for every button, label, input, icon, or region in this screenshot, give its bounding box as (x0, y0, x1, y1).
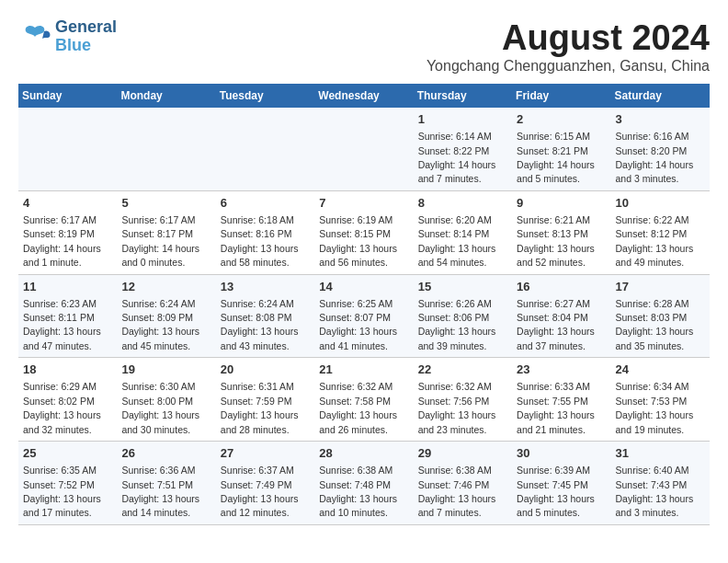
day-info: Sunrise: 6:19 AM Sunset: 8:15 PM Dayligh… (319, 214, 397, 268)
location-title: Yongchang Chengguanzhen, Gansu, China (427, 58, 710, 75)
day-info: Sunrise: 6:30 AM Sunset: 8:00 PM Dayligh… (121, 381, 199, 434)
calendar-cell: 3Sunrise: 6:16 AM Sunset: 8:20 PM Daylig… (611, 108, 710, 190)
day-number: 12 (121, 279, 210, 295)
day-info: Sunrise: 6:37 AM Sunset: 7:49 PM Dayligh… (221, 465, 299, 518)
logo-icon (18, 20, 51, 53)
day-info: Sunrise: 6:29 AM Sunset: 8:02 PM Dayligh… (23, 381, 101, 434)
calendar-cell: 11Sunrise: 6:23 AM Sunset: 8:11 PM Dayli… (18, 274, 117, 358)
day-number: 26 (121, 445, 210, 462)
day-info: Sunrise: 6:31 AM Sunset: 7:59 PM Dayligh… (221, 381, 299, 434)
day-number: 23 (517, 362, 606, 378)
day-info: Sunrise: 6:36 AM Sunset: 7:51 PM Dayligh… (121, 465, 199, 518)
title-block: August 2024 Yongchang Chengguanzhen, Gan… (427, 18, 710, 75)
day-number: 18 (23, 362, 112, 378)
logo-general: General (55, 18, 117, 37)
calendar-cell: 17Sunrise: 6:28 AM Sunset: 8:03 PM Dayli… (611, 274, 710, 358)
weekday-header: Monday (117, 84, 215, 108)
calendar-cell (18, 108, 117, 190)
day-info: Sunrise: 6:24 AM Sunset: 8:08 PM Dayligh… (221, 298, 299, 351)
weekday-header: Friday (512, 84, 610, 108)
calendar-cell: 18Sunrise: 6:29 AM Sunset: 8:02 PM Dayli… (18, 358, 117, 442)
day-number: 28 (319, 445, 408, 462)
day-number: 25 (23, 445, 112, 462)
calendar-cell: 2Sunrise: 6:15 AM Sunset: 8:21 PM Daylig… (512, 108, 610, 190)
calendar-cell: 20Sunrise: 6:31 AM Sunset: 7:59 PM Dayli… (216, 358, 314, 442)
day-number: 7 (319, 195, 408, 212)
calendar-cell: 25Sunrise: 6:35 AM Sunset: 7:52 PM Dayli… (18, 442, 117, 525)
day-number: 2 (517, 111, 606, 128)
day-info: Sunrise: 6:32 AM Sunset: 7:56 PM Dayligh… (418, 381, 496, 434)
calendar-cell: 12Sunrise: 6:24 AM Sunset: 8:09 PM Dayli… (117, 274, 215, 358)
day-info: Sunrise: 6:16 AM Sunset: 8:20 PM Dayligh… (616, 131, 694, 184)
day-number: 16 (517, 279, 606, 295)
page-header: General Blue August 2024 Yongchang Cheng… (18, 18, 710, 75)
day-number: 31 (616, 445, 705, 462)
day-info: Sunrise: 6:21 AM Sunset: 8:13 PM Dayligh… (517, 214, 595, 268)
calendar-cell (117, 108, 215, 190)
calendar-cell: 31Sunrise: 6:40 AM Sunset: 7:43 PM Dayli… (611, 442, 710, 525)
weekday-header-row: SundayMondayTuesdayWednesdayThursdayFrid… (18, 84, 710, 108)
day-info: Sunrise: 6:25 AM Sunset: 8:07 PM Dayligh… (319, 298, 397, 351)
day-number: 13 (221, 279, 310, 295)
day-number: 14 (319, 279, 408, 295)
day-number: 3 (616, 111, 705, 128)
day-info: Sunrise: 6:28 AM Sunset: 8:03 PM Dayligh… (616, 298, 694, 351)
day-info: Sunrise: 6:38 AM Sunset: 7:46 PM Dayligh… (418, 465, 496, 518)
calendar-cell: 19Sunrise: 6:30 AM Sunset: 8:00 PM Dayli… (117, 358, 215, 442)
calendar-cell: 22Sunrise: 6:32 AM Sunset: 7:56 PM Dayli… (414, 358, 512, 442)
day-info: Sunrise: 6:26 AM Sunset: 8:06 PM Dayligh… (418, 298, 496, 351)
calendar-cell: 1Sunrise: 6:14 AM Sunset: 8:22 PM Daylig… (414, 108, 512, 190)
day-info: Sunrise: 6:17 AM Sunset: 8:19 PM Dayligh… (23, 214, 101, 268)
day-number: 4 (23, 195, 112, 212)
day-number: 19 (121, 362, 210, 378)
weekday-header: Tuesday (216, 84, 314, 108)
day-info: Sunrise: 6:14 AM Sunset: 8:22 PM Dayligh… (418, 131, 496, 184)
day-info: Sunrise: 6:33 AM Sunset: 7:55 PM Dayligh… (517, 381, 595, 434)
calendar-cell: 28Sunrise: 6:38 AM Sunset: 7:48 PM Dayli… (314, 442, 413, 525)
calendar-cell: 7Sunrise: 6:19 AM Sunset: 8:15 PM Daylig… (314, 190, 413, 274)
calendar-cell: 14Sunrise: 6:25 AM Sunset: 8:07 PM Dayli… (314, 274, 413, 358)
day-info: Sunrise: 6:35 AM Sunset: 7:52 PM Dayligh… (23, 465, 101, 518)
day-info: Sunrise: 6:23 AM Sunset: 8:11 PM Dayligh… (23, 298, 101, 351)
day-info: Sunrise: 6:39 AM Sunset: 7:45 PM Dayligh… (517, 465, 595, 518)
weekday-header: Sunday (18, 84, 117, 108)
weekday-header: Wednesday (314, 84, 413, 108)
day-info: Sunrise: 6:20 AM Sunset: 8:14 PM Dayligh… (418, 214, 496, 268)
day-number: 24 (616, 362, 705, 378)
day-number: 17 (616, 279, 705, 295)
day-number: 5 (121, 195, 210, 212)
day-info: Sunrise: 6:17 AM Sunset: 8:17 PM Dayligh… (121, 214, 199, 268)
calendar-cell: 23Sunrise: 6:33 AM Sunset: 7:55 PM Dayli… (512, 358, 610, 442)
calendar-cell: 5Sunrise: 6:17 AM Sunset: 8:17 PM Daylig… (117, 190, 215, 274)
logo-blue: Blue (55, 37, 117, 55)
calendar-cell: 30Sunrise: 6:39 AM Sunset: 7:45 PM Dayli… (512, 442, 610, 525)
calendar-cell: 27Sunrise: 6:37 AM Sunset: 7:49 PM Dayli… (216, 442, 314, 525)
day-number: 9 (517, 195, 606, 212)
day-info: Sunrise: 6:38 AM Sunset: 7:48 PM Dayligh… (319, 465, 397, 518)
calendar-cell: 9Sunrise: 6:21 AM Sunset: 8:13 PM Daylig… (512, 190, 610, 274)
calendar-cell: 16Sunrise: 6:27 AM Sunset: 8:04 PM Dayli… (512, 274, 610, 358)
calendar-cell: 13Sunrise: 6:24 AM Sunset: 8:08 PM Dayli… (216, 274, 314, 358)
day-info: Sunrise: 6:32 AM Sunset: 7:58 PM Dayligh… (319, 381, 397, 434)
day-info: Sunrise: 6:40 AM Sunset: 7:43 PM Dayligh… (616, 465, 694, 518)
calendar-cell (216, 108, 314, 190)
calendar-cell: 26Sunrise: 6:36 AM Sunset: 7:51 PM Dayli… (117, 442, 215, 525)
day-info: Sunrise: 6:18 AM Sunset: 8:16 PM Dayligh… (221, 214, 299, 268)
day-number: 8 (418, 195, 507, 212)
calendar-cell: 4Sunrise: 6:17 AM Sunset: 8:19 PM Daylig… (18, 190, 117, 274)
calendar-cell: 15Sunrise: 6:26 AM Sunset: 8:06 PM Dayli… (414, 274, 512, 358)
day-info: Sunrise: 6:27 AM Sunset: 8:04 PM Dayligh… (517, 298, 595, 351)
day-info: Sunrise: 6:24 AM Sunset: 8:09 PM Dayligh… (121, 298, 199, 351)
day-number: 11 (23, 279, 112, 295)
day-number: 1 (418, 111, 507, 128)
day-number: 29 (418, 445, 507, 462)
logo: General Blue (18, 18, 117, 55)
day-number: 20 (221, 362, 310, 378)
calendar-cell: 10Sunrise: 6:22 AM Sunset: 8:12 PM Dayli… (611, 190, 710, 274)
day-number: 10 (616, 195, 705, 212)
calendar-week-row: 25Sunrise: 6:35 AM Sunset: 7:52 PM Dayli… (18, 442, 710, 525)
calendar-week-row: 18Sunrise: 6:29 AM Sunset: 8:02 PM Dayli… (18, 358, 710, 442)
calendar-week-row: 4Sunrise: 6:17 AM Sunset: 8:19 PM Daylig… (18, 190, 710, 274)
calendar-cell: 24Sunrise: 6:34 AM Sunset: 7:53 PM Dayli… (611, 358, 710, 442)
calendar-cell: 21Sunrise: 6:32 AM Sunset: 7:58 PM Dayli… (314, 358, 413, 442)
